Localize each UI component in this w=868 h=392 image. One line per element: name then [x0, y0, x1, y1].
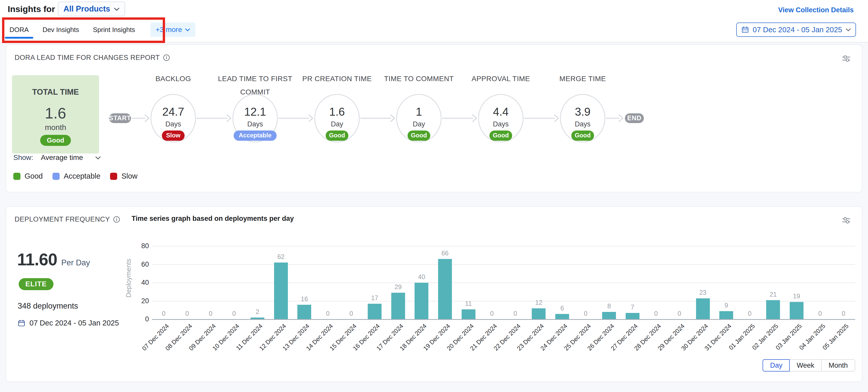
y-tick-label: 40 — [133, 279, 149, 287]
calendar-icon — [741, 26, 749, 33]
total-time-label: TOTAL TIME — [32, 88, 79, 97]
bar-value-label: 6 — [552, 304, 572, 312]
flow-arrow — [606, 115, 623, 122]
bar-value-label: 9 — [716, 302, 737, 309]
status-legend: GoodAcceptableSlow — [13, 172, 137, 180]
legend-label: Good — [25, 172, 43, 180]
bar-value-label: 0 — [833, 310, 854, 317]
flow-stage: APPROVAL TIME4.4DaysGood — [472, 75, 530, 142]
granularity-toggle: DayWeekMonth — [763, 359, 855, 371]
bar-value-label: 23 — [693, 289, 713, 296]
product-selector-dropdown[interactable]: All Products — [58, 2, 125, 17]
header: Insights for All Products View Collectio… — [0, 0, 868, 42]
svg-text:Good: Good — [411, 132, 427, 139]
bar — [555, 314, 569, 319]
y-tick-label: 0 — [133, 315, 149, 323]
gridline — [152, 246, 855, 246]
flow-arrow — [442, 115, 476, 122]
legend-swatch — [13, 173, 21, 180]
show-metric-dropdown[interactable]: Show: Average time — [13, 153, 101, 162]
svg-text:Days: Days — [165, 120, 181, 128]
deployment-frequency-title: DEPLOYMENT FREQUENCY — [14, 215, 110, 223]
flow-stage: LEAD TIME TO FIRSTCOMMIT12.1DaysAcceptab… — [218, 75, 292, 142]
dashboard-page: Insights for All Products View Collectio… — [0, 0, 868, 392]
svg-text:BACKLOG: BACKLOG — [156, 75, 191, 83]
more-tabs-dropdown[interactable]: +3 more — [151, 23, 195, 37]
svg-text:Days: Days — [575, 120, 591, 128]
deployment-rate-unit: Per Day — [61, 258, 90, 267]
info-icon[interactable] — [163, 54, 170, 61]
y-tick-label: 60 — [133, 261, 149, 268]
bar-value-label: 0 — [482, 310, 502, 317]
svg-text:24.7: 24.7 — [162, 105, 184, 118]
info-icon[interactable] — [113, 216, 120, 223]
svg-text:Day: Day — [331, 120, 343, 128]
svg-text:END: END — [627, 114, 642, 122]
flow-stage: BACKLOG24.7DaysSlow — [151, 75, 195, 142]
total-time-card: TOTAL TIME 1.6 month Good — [12, 75, 99, 153]
view-collection-details-link[interactable]: View Collection Details — [778, 6, 854, 14]
svg-text:1.6: 1.6 — [329, 105, 345, 118]
bar-value-label: 0 — [669, 310, 690, 317]
bar-value-label: 0 — [505, 310, 526, 317]
granularity-week-button[interactable]: Week — [789, 359, 822, 371]
granularity-day-button[interactable]: Day — [763, 359, 790, 371]
svg-text:TIME TO COMMENT: TIME TO COMMENT — [384, 75, 454, 83]
bar-value-label: 62 — [271, 253, 291, 261]
bar-value-label: 40 — [411, 273, 432, 281]
svg-text:Days: Days — [247, 120, 263, 128]
y-tick-label: 20 — [133, 297, 149, 305]
lead-time-flow-diagram: STARTBACKLOG24.7DaysSlowLEAD TIME TO FIR… — [105, 69, 656, 172]
bar-value-label: 2 — [247, 308, 268, 315]
svg-text:3.9: 3.9 — [575, 105, 590, 118]
show-label: Show: — [13, 153, 33, 162]
tab-dora[interactable]: DORA — [9, 19, 29, 40]
flow-stage: PR CREATION TIME1.6DayGood — [302, 75, 372, 142]
bar-value-label: 19 — [786, 293, 807, 300]
bar-value-label: 0 — [341, 310, 362, 317]
bar — [696, 298, 710, 319]
y-tick-label: 80 — [133, 242, 149, 250]
lead-time-report-title: DORA LEAD TIME FOR CHANGES REPORT — [14, 54, 160, 62]
deployment-frequency-card: DEPLOYMENT FREQUENCY Time series graph b… — [6, 206, 862, 382]
chart-settings-icon[interactable] — [841, 54, 851, 64]
flow-stage: TIME TO COMMENT1DayGood — [384, 75, 454, 142]
svg-text:Day: Day — [413, 120, 425, 128]
bar-value-label: 16 — [294, 295, 314, 303]
svg-text:Days: Days — [493, 120, 509, 128]
legend-item-slow: Slow — [110, 172, 137, 180]
legend-item-good: Good — [13, 172, 43, 180]
bar — [766, 300, 780, 319]
lead-time-report-card: DORA LEAD TIME FOR CHANGES REPORT TOTAL … — [6, 44, 862, 192]
svg-text:START: START — [109, 114, 131, 122]
flow-arrow — [278, 115, 313, 122]
deployment-rate-value: 11.60 — [17, 250, 57, 269]
deployment-rate: 11.60 Per Day — [17, 250, 90, 269]
bar-value-label: 12 — [528, 299, 549, 306]
deployment-date-range-value: 07 Dec 2024 - 05 Jan 2025 — [29, 319, 119, 327]
tab-sprint-insights[interactable]: Sprint Insights — [92, 19, 135, 40]
chevron-down-icon — [846, 28, 851, 31]
bar — [438, 259, 452, 319]
chart-settings-icon[interactable] — [841, 216, 851, 226]
date-range-picker[interactable]: 07 Dec 2024 - 05 Jan 2025 — [736, 23, 856, 37]
bar — [790, 302, 804, 319]
flow-arrow — [360, 115, 395, 122]
bar — [719, 311, 733, 319]
legend-item-acceptable: Acceptable — [53, 172, 100, 180]
bar-value-label: 0 — [646, 310, 666, 317]
total-deployments: 348 deployments — [18, 301, 78, 311]
tab-dev-insights[interactable]: Dev Insights — [42, 19, 80, 40]
legend-swatch — [110, 173, 117, 180]
page-title: Insights for — [8, 4, 55, 14]
bar-value-label: 0 — [200, 310, 221, 317]
gridline — [152, 264, 855, 265]
bar — [414, 283, 428, 319]
flow-arrow — [524, 115, 558, 122]
deployment-date-range: 07 Dec 2024 - 05 Jan 2025 — [18, 319, 119, 327]
flow-endpoint-end: END — [625, 113, 644, 123]
granularity-month-button[interactable]: Month — [821, 359, 855, 371]
chevron-down-icon — [114, 7, 120, 11]
chevron-down-icon — [95, 156, 101, 160]
product-selector-value: All Products — [63, 4, 110, 13]
